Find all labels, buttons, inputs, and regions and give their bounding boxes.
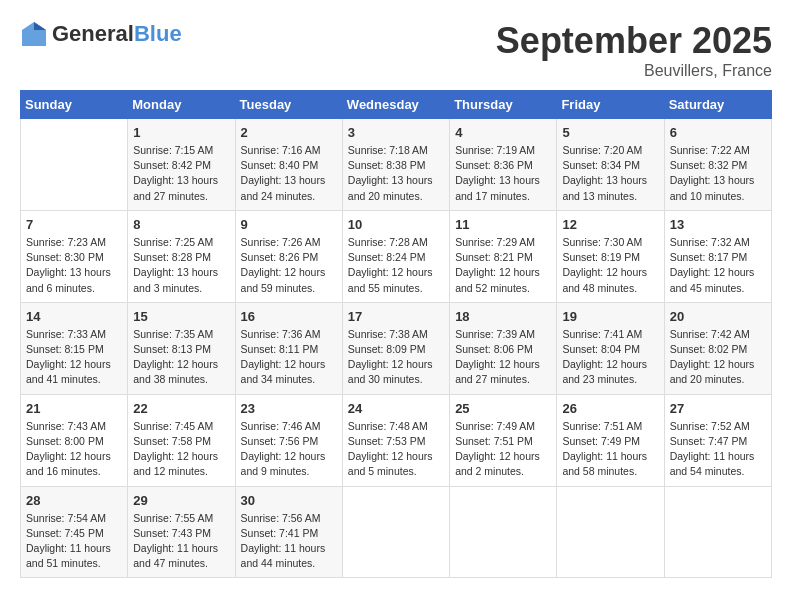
day-header-sunday: Sunday <box>21 91 128 119</box>
calendar-cell: 27Sunrise: 7:52 AMSunset: 7:47 PMDayligh… <box>664 394 771 486</box>
day-info: Sunrise: 7:48 AMSunset: 7:53 PMDaylight:… <box>348 419 444 480</box>
day-info: Sunrise: 7:23 AMSunset: 8:30 PMDaylight:… <box>26 235 122 296</box>
day-header-saturday: Saturday <box>664 91 771 119</box>
day-number: 2 <box>241 125 337 140</box>
day-info: Sunrise: 7:45 AMSunset: 7:58 PMDaylight:… <box>133 419 229 480</box>
calendar-cell: 13Sunrise: 7:32 AMSunset: 8:17 PMDayligh… <box>664 210 771 302</box>
calendar-cell: 17Sunrise: 7:38 AMSunset: 8:09 PMDayligh… <box>342 302 449 394</box>
day-number: 4 <box>455 125 551 140</box>
day-info: Sunrise: 7:52 AMSunset: 7:47 PMDaylight:… <box>670 419 766 480</box>
day-info: Sunrise: 7:46 AMSunset: 7:56 PMDaylight:… <box>241 419 337 480</box>
day-info: Sunrise: 7:55 AMSunset: 7:43 PMDaylight:… <box>133 511 229 572</box>
day-number: 18 <box>455 309 551 324</box>
day-number: 3 <box>348 125 444 140</box>
day-number: 21 <box>26 401 122 416</box>
location: Beuvillers, France <box>496 62 772 80</box>
day-number: 16 <box>241 309 337 324</box>
calendar-cell: 18Sunrise: 7:39 AMSunset: 8:06 PMDayligh… <box>450 302 557 394</box>
day-info: Sunrise: 7:25 AMSunset: 8:28 PMDaylight:… <box>133 235 229 296</box>
day-number: 22 <box>133 401 229 416</box>
day-info: Sunrise: 7:29 AMSunset: 8:21 PMDaylight:… <box>455 235 551 296</box>
calendar-cell <box>450 486 557 578</box>
svg-marker-1 <box>34 22 46 30</box>
day-header-tuesday: Tuesday <box>235 91 342 119</box>
calendar-cell: 19Sunrise: 7:41 AMSunset: 8:04 PMDayligh… <box>557 302 664 394</box>
month-title: September 2025 <box>496 20 772 62</box>
day-number: 14 <box>26 309 122 324</box>
calendar-cell <box>342 486 449 578</box>
calendar-table: SundayMondayTuesdayWednesdayThursdayFrid… <box>20 90 772 578</box>
day-number: 24 <box>348 401 444 416</box>
day-info: Sunrise: 7:28 AMSunset: 8:24 PMDaylight:… <box>348 235 444 296</box>
calendar-cell: 26Sunrise: 7:51 AMSunset: 7:49 PMDayligh… <box>557 394 664 486</box>
calendar-cell: 1Sunrise: 7:15 AMSunset: 8:42 PMDaylight… <box>128 119 235 211</box>
day-info: Sunrise: 7:38 AMSunset: 8:09 PMDaylight:… <box>348 327 444 388</box>
day-info: Sunrise: 7:16 AMSunset: 8:40 PMDaylight:… <box>241 143 337 204</box>
calendar-cell <box>557 486 664 578</box>
day-number: 30 <box>241 493 337 508</box>
day-number: 29 <box>133 493 229 508</box>
calendar-cell <box>664 486 771 578</box>
day-info: Sunrise: 7:42 AMSunset: 8:02 PMDaylight:… <box>670 327 766 388</box>
day-number: 17 <box>348 309 444 324</box>
day-info: Sunrise: 7:20 AMSunset: 8:34 PMDaylight:… <box>562 143 658 204</box>
calendar-cell: 5Sunrise: 7:20 AMSunset: 8:34 PMDaylight… <box>557 119 664 211</box>
day-info: Sunrise: 7:26 AMSunset: 8:26 PMDaylight:… <box>241 235 337 296</box>
day-info: Sunrise: 7:54 AMSunset: 7:45 PMDaylight:… <box>26 511 122 572</box>
calendar-cell: 22Sunrise: 7:45 AMSunset: 7:58 PMDayligh… <box>128 394 235 486</box>
day-number: 25 <box>455 401 551 416</box>
calendar-cell: 24Sunrise: 7:48 AMSunset: 7:53 PMDayligh… <box>342 394 449 486</box>
calendar-cell: 12Sunrise: 7:30 AMSunset: 8:19 PMDayligh… <box>557 210 664 302</box>
day-number: 13 <box>670 217 766 232</box>
calendar-cell: 28Sunrise: 7:54 AMSunset: 7:45 PMDayligh… <box>21 486 128 578</box>
calendar-cell: 15Sunrise: 7:35 AMSunset: 8:13 PMDayligh… <box>128 302 235 394</box>
logo-text: GeneralBlue <box>52 21 182 47</box>
calendar-cell: 23Sunrise: 7:46 AMSunset: 7:56 PMDayligh… <box>235 394 342 486</box>
day-number: 1 <box>133 125 229 140</box>
calendar-cell: 2Sunrise: 7:16 AMSunset: 8:40 PMDaylight… <box>235 119 342 211</box>
calendar-cell: 4Sunrise: 7:19 AMSunset: 8:36 PMDaylight… <box>450 119 557 211</box>
calendar-cell: 29Sunrise: 7:55 AMSunset: 7:43 PMDayligh… <box>128 486 235 578</box>
day-number: 7 <box>26 217 122 232</box>
calendar-cell: 10Sunrise: 7:28 AMSunset: 8:24 PMDayligh… <box>342 210 449 302</box>
day-info: Sunrise: 7:39 AMSunset: 8:06 PMDaylight:… <box>455 327 551 388</box>
day-number: 20 <box>670 309 766 324</box>
calendar-cell: 7Sunrise: 7:23 AMSunset: 8:30 PMDaylight… <box>21 210 128 302</box>
day-number: 5 <box>562 125 658 140</box>
day-info: Sunrise: 7:33 AMSunset: 8:15 PMDaylight:… <box>26 327 122 388</box>
title-section: September 2025 Beuvillers, France <box>496 20 772 80</box>
calendar-cell: 30Sunrise: 7:56 AMSunset: 7:41 PMDayligh… <box>235 486 342 578</box>
day-info: Sunrise: 7:32 AMSunset: 8:17 PMDaylight:… <box>670 235 766 296</box>
day-info: Sunrise: 7:19 AMSunset: 8:36 PMDaylight:… <box>455 143 551 204</box>
logo: GeneralBlue <box>20 20 182 48</box>
day-info: Sunrise: 7:22 AMSunset: 8:32 PMDaylight:… <box>670 143 766 204</box>
day-info: Sunrise: 7:43 AMSunset: 8:00 PMDaylight:… <box>26 419 122 480</box>
day-number: 28 <box>26 493 122 508</box>
day-number: 19 <box>562 309 658 324</box>
day-info: Sunrise: 7:36 AMSunset: 8:11 PMDaylight:… <box>241 327 337 388</box>
day-info: Sunrise: 7:51 AMSunset: 7:49 PMDaylight:… <box>562 419 658 480</box>
calendar-week-row: 14Sunrise: 7:33 AMSunset: 8:15 PMDayligh… <box>21 302 772 394</box>
day-header-wednesday: Wednesday <box>342 91 449 119</box>
day-number: 27 <box>670 401 766 416</box>
calendar-cell: 21Sunrise: 7:43 AMSunset: 8:00 PMDayligh… <box>21 394 128 486</box>
day-header-thursday: Thursday <box>450 91 557 119</box>
logo-blue: Blue <box>134 21 182 46</box>
calendar-week-row: 7Sunrise: 7:23 AMSunset: 8:30 PMDaylight… <box>21 210 772 302</box>
calendar-week-row: 1Sunrise: 7:15 AMSunset: 8:42 PMDaylight… <box>21 119 772 211</box>
day-info: Sunrise: 7:49 AMSunset: 7:51 PMDaylight:… <box>455 419 551 480</box>
calendar-cell: 3Sunrise: 7:18 AMSunset: 8:38 PMDaylight… <box>342 119 449 211</box>
day-info: Sunrise: 7:18 AMSunset: 8:38 PMDaylight:… <box>348 143 444 204</box>
day-header-monday: Monday <box>128 91 235 119</box>
calendar-cell: 14Sunrise: 7:33 AMSunset: 8:15 PMDayligh… <box>21 302 128 394</box>
calendar-cell: 8Sunrise: 7:25 AMSunset: 8:28 PMDaylight… <box>128 210 235 302</box>
calendar-cell: 20Sunrise: 7:42 AMSunset: 8:02 PMDayligh… <box>664 302 771 394</box>
day-info: Sunrise: 7:30 AMSunset: 8:19 PMDaylight:… <box>562 235 658 296</box>
day-info: Sunrise: 7:15 AMSunset: 8:42 PMDaylight:… <box>133 143 229 204</box>
logo-icon <box>20 20 48 48</box>
logo-general: General <box>52 21 134 46</box>
day-number: 8 <box>133 217 229 232</box>
calendar-cell: 25Sunrise: 7:49 AMSunset: 7:51 PMDayligh… <box>450 394 557 486</box>
calendar-cell <box>21 119 128 211</box>
calendar-week-row: 21Sunrise: 7:43 AMSunset: 8:00 PMDayligh… <box>21 394 772 486</box>
